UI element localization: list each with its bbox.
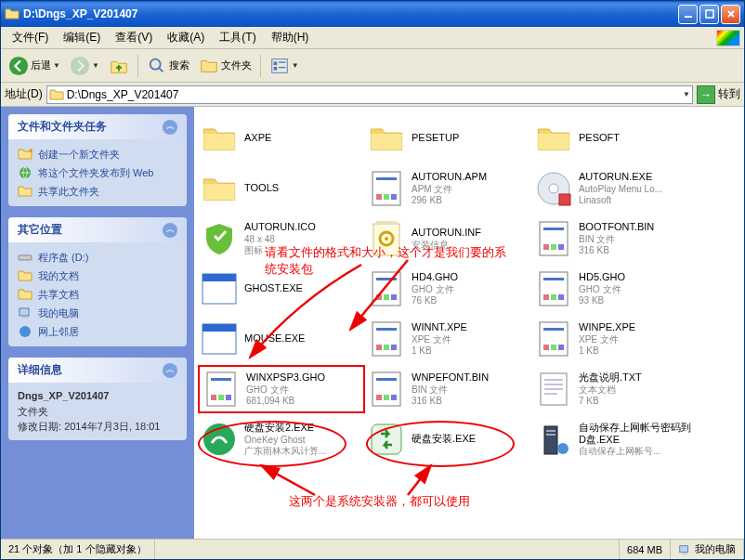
my-docs-link[interactable]: 我的文档 [18, 267, 177, 285]
svg-rect-47 [376, 328, 397, 331]
drive-link[interactable]: 程序盘 (D:) [18, 248, 177, 267]
file-name: AUTORUN.EXE [579, 171, 662, 183]
svg-rect-57 [211, 378, 231, 381]
green-icon [200, 420, 239, 459]
svg-rect-9 [279, 66, 285, 67]
file-item[interactable]: AUTORUN.EXEAutoPlay Menu Lo...Linasoft [532, 164, 699, 213]
file-meta: 7 KB [579, 396, 642, 407]
svg-rect-61 [372, 372, 400, 406]
file-item[interactable]: HD5.GHOGHO 文件93 KB [532, 265, 699, 313]
doc-icon [367, 269, 406, 308]
minimize-button[interactable] [678, 5, 698, 24]
file-item[interactable]: PESETUP [365, 114, 532, 163]
share-icon [18, 184, 33, 199]
go-button[interactable]: → 转到 [697, 85, 740, 104]
menu-view[interactable]: 查看(V) [108, 28, 160, 47]
up-button[interactable] [105, 53, 133, 79]
menu-tools[interactable]: 工具(T) [212, 28, 263, 47]
file-meta: 316 KB [412, 396, 489, 407]
shared-docs-link[interactable]: 共享文档 [18, 285, 177, 304]
folder-icon [534, 119, 573, 158]
file-item[interactable]: WINNT.XPEXPE 文件1 KB [365, 315, 532, 363]
menu-help[interactable]: 帮助(H) [264, 28, 317, 47]
file-meta: 自动保存上网帐号... [579, 446, 698, 457]
forward-button[interactable]: ▼ [66, 53, 103, 79]
maximize-button[interactable] [699, 5, 719, 24]
file-item[interactable]: WINPE.XPEXPE 文件1 KB [532, 315, 699, 363]
svg-rect-54 [551, 345, 556, 350]
file-meta: 1 KB [579, 345, 635, 357]
window-title: D:\Dngs_XP_V201407 [23, 7, 678, 20]
file-item[interactable]: 硬盘安装2.EXEOneKey Ghost广东雨林木风计算... [198, 415, 365, 463]
svg-rect-58 [211, 395, 216, 400]
svg-rect-40 [543, 278, 564, 280]
share-link[interactable]: 共享此文件夹 [18, 182, 177, 201]
file-area[interactable]: AXPEPESETUPPESOFTTOOLSAUTORUN.APMAPM 文件2… [194, 107, 744, 539]
file-meta: BIN 文件 [579, 234, 654, 245]
svg-rect-62 [376, 378, 397, 381]
file-item[interactable]: AUTORUN.APMAPM 文件296 KB [365, 164, 532, 213]
chevron-up-icon[interactable]: ︿ [163, 120, 177, 135]
file-item[interactable]: AUTORUN.ICO48 x 48图标 [198, 215, 365, 263]
up-folder-icon [109, 56, 129, 76]
file-name: AXPE [244, 132, 271, 144]
file-item[interactable]: TOOLS [198, 164, 365, 213]
svg-rect-41 [543, 294, 549, 300]
file-item[interactable]: WINXPSP3.GHOGHO 文件681,094 KB [198, 365, 365, 413]
svg-rect-31 [558, 244, 564, 250]
address-input[interactable]: D:\Dngs_XP_V201407 ▼ [46, 85, 693, 104]
svg-rect-13 [20, 308, 29, 316]
shared-icon [18, 287, 33, 302]
annotation-text-2: 这两个是系统安装器，都可以使用 [289, 493, 470, 510]
file-item[interactable]: 光盘说明.TXT文本文档7 KB [532, 365, 699, 413]
file-name: WINXPSP3.GHO [246, 371, 325, 384]
svg-rect-55 [558, 345, 564, 350]
detail-name: Dngs_XP_V201407 [18, 388, 177, 404]
drive-icon [18, 250, 33, 265]
svg-rect-28 [543, 228, 564, 230]
svg-point-2 [9, 56, 28, 74]
publish-link[interactable]: 将这个文件夹发布到 Web [18, 163, 177, 182]
folders-button[interactable]: 文件夹 [195, 53, 255, 79]
file-meta: 文本文档 [579, 384, 642, 396]
svg-rect-0 [685, 16, 692, 18]
views-button[interactable]: ▼ [266, 53, 303, 79]
close-button[interactable] [721, 5, 740, 24]
network-link[interactable]: 网上邻居 [18, 322, 177, 341]
titlebar[interactable]: D:\Dngs_XP_V201407 [1, 1, 744, 27]
new-folder-link[interactable]: ✦ 创建一个新文件夹 [18, 145, 177, 163]
dropdown-icon[interactable]: ▼ [683, 90, 690, 98]
menubar: 文件(F) 编辑(E) 查看(V) 收藏(A) 工具(T) 帮助(H) [1, 27, 744, 49]
chevron-up-icon[interactable]: ︿ [163, 223, 177, 238]
file-item[interactable]: WNPEFONT.BINBIN 文件316 KB [365, 365, 532, 413]
svg-rect-23 [559, 194, 570, 205]
tasks-sidebar: 文件和文件夹任务 ︿ ✦ 创建一个新文件夹 将这个文件夹发布到 Web 共享此文… [1, 107, 194, 539]
file-item[interactable]: 自动保存上网帐号密码到D盘.EXE自动保存上网帐号... [532, 415, 699, 463]
panel-header[interactable]: 详细信息 ︿ [8, 358, 187, 383]
address-label: 地址(D) [5, 86, 43, 102]
file-item[interactable]: BOOTFONT.BINBIN 文件316 KB [532, 215, 699, 263]
search-button[interactable]: 搜索 [143, 53, 193, 79]
file-meta: 1 KB [412, 345, 467, 357]
file-item[interactable]: AUTORUN.INF安装信息 [365, 215, 532, 263]
panel-header[interactable]: 文件和文件夹任务 ︿ [8, 114, 187, 139]
folder-icon [200, 119, 239, 158]
svg-rect-30 [551, 244, 556, 250]
file-item[interactable]: PESOFT [532, 114, 699, 163]
file-item[interactable]: GHOST.EXE [198, 265, 365, 313]
file-name: AUTORUN.INF [412, 227, 481, 239]
menu-edit[interactable]: 编辑(E) [56, 28, 108, 47]
menu-file[interactable]: 文件(F) [5, 28, 56, 47]
file-item[interactable]: MOUSE.EXE [198, 315, 365, 363]
file-item[interactable]: 硬盘安装.EXE [365, 415, 532, 463]
my-computer-link[interactable]: 我的电脑 [18, 304, 177, 322]
file-item[interactable]: HD4.GHOGHO 文件76 KB [365, 265, 532, 313]
menu-fav[interactable]: 收藏(A) [160, 28, 212, 47]
chevron-up-icon[interactable]: ︿ [163, 363, 177, 378]
file-item[interactable]: AXPE [198, 114, 365, 163]
computer-icon [678, 543, 691, 556]
back-button[interactable]: 后退 ▼ [5, 53, 64, 79]
panel-header[interactable]: 其它位置 ︿ [8, 217, 187, 242]
svg-rect-27 [540, 222, 568, 255]
svg-text:✦: ✦ [28, 147, 33, 155]
